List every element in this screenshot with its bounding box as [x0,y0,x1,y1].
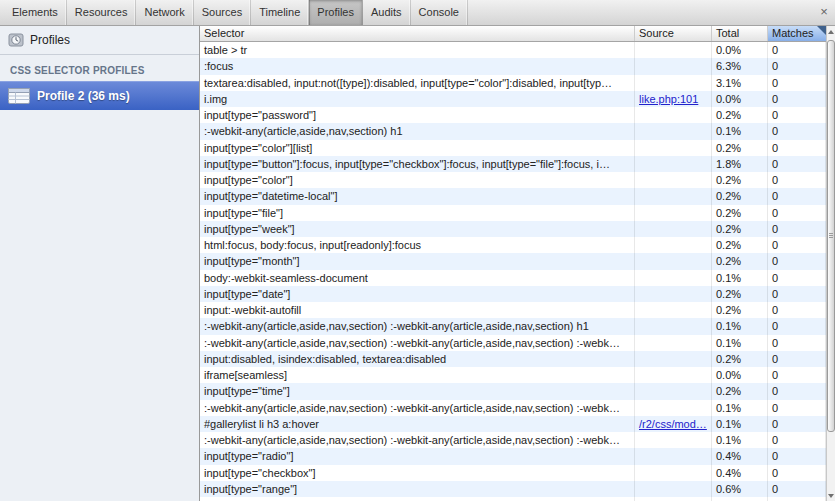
cell-selector: #gallerylist li h3 a:hover [200,416,635,432]
cell-source [635,448,712,464]
source-link[interactable]: /r2/css/mod… [639,416,707,432]
cell-source [635,318,712,334]
column-header-matches[interactable]: Matches [768,26,826,41]
column-header-total[interactable]: Total [712,26,768,41]
scroll-down-button[interactable] [827,490,835,501]
cell-selector: input:-webkit-autofill [200,302,635,318]
column-header-source[interactable]: Source [635,26,712,41]
table-row[interactable]: input[type="password"]0.2%0 [200,107,826,123]
cell-selector: :-webkit-any(article,aside,nav,section) … [200,123,635,139]
cell-matches: 0 [768,481,826,497]
vertical-scrollbar[interactable] [826,26,835,501]
cell-total: 0.1% [712,270,768,286]
tab-profiles[interactable]: Profiles [309,0,363,25]
sidebar-item-profile-2[interactable]: Profile 2 (36 ms) [0,81,199,110]
cell-source [635,75,712,91]
cell-total: 0.2% [712,140,768,156]
tab-resources[interactable]: Resources [67,0,137,25]
table-row[interactable]: input[type="file"]0.2%0 [200,205,826,221]
table-row[interactable]: table > tr0.0%0 [200,42,826,58]
cell-matches: 0 [768,367,826,383]
tab-elements[interactable]: Elements [4,0,67,25]
table-row[interactable]: i.imglike.php:1010.0%0 [200,91,826,107]
cell-matches: 0 [768,237,826,253]
table-row[interactable]: input[type="checkbox"]0.4%0 [200,465,826,481]
cell-total: 0.2% [712,221,768,237]
cell-selector: :focus [200,58,635,74]
devtools-panel: ElementsResourcesNetworkSourcesTimelineP… [0,0,835,501]
cell-total: 1.8% [712,156,768,172]
cell-source: like.php:101 [635,91,712,107]
table-row[interactable]: :-webkit-any(article,aside,nav,section) … [200,318,826,334]
table-row[interactable]: input[type="datetime-local"]0.2%0 [200,188,826,204]
table-row[interactable]: input[type="date"]0.2%0 [200,286,826,302]
tab-network[interactable]: Network [136,0,193,25]
table-row[interactable]: input[type="week"]0.2%0 [200,221,826,237]
table-row[interactable]: input:disabled, isindex:disabled, textar… [200,351,826,367]
table-row[interactable]: body:-webkit-seamless-document0.1%0 [200,270,826,286]
table-row[interactable]: input[type="color"]0.2%0 [200,172,826,188]
column-header-selector[interactable]: Selector [200,26,635,41]
table-row[interactable]: input[type="color"][list]0.2%0 [200,140,826,156]
cell-selector: input[type="color"] [200,172,635,188]
cell-matches: 0 [768,302,826,318]
scrollbar-thumb[interactable] [827,40,835,432]
cell-source [635,351,712,367]
column-header-matches-label: Matches [772,27,814,39]
cell-source [635,286,712,302]
cell-selector: table > tr [200,42,635,58]
table-row[interactable]: :-webkit-any(article,aside,nav,section) … [200,335,826,351]
cell-source [635,58,712,74]
table-row[interactable]: :-webkit-any(article,aside,nav,section) … [200,432,826,448]
cell-selector: input[type="datetime-local"] [200,188,635,204]
cell-selector: input[type="range"] [200,481,635,497]
table-row[interactable]: input[type="range"]0.6%0 [200,481,826,497]
table-row[interactable]: :-webkit-any(article,aside,nav,section) … [200,123,826,139]
cell-source: /r2/css/mod… [635,416,712,432]
cell-total: 0.2% [712,107,768,123]
cell-selector: input[type="radio"] [200,448,635,464]
cell-total: 0.2% [712,383,768,399]
cell-selector: :-webkit-any(article,aside,nav,section) … [200,432,635,448]
cell-selector: input[type="time"] [200,383,635,399]
cell-source [635,107,712,123]
sidebar-section-header: CSS SELECTOR PROFILES [0,55,199,81]
tab-audits[interactable]: Audits [363,0,411,25]
tab-timeline[interactable]: Timeline [251,0,309,25]
cell-source [635,123,712,139]
cell-total: 0.2% [712,286,768,302]
source-link[interactable]: like.php:101 [639,91,707,107]
close-icon[interactable]: × [813,0,835,25]
table-row[interactable]: input[type="radio"], input[type="checkbo… [200,497,826,501]
table-row[interactable]: :focus6.3%0 [200,58,826,74]
table-row[interactable]: textarea:disabled, input:not([type]):dis… [200,75,826,91]
table-row[interactable]: #gallerylist li h3 a:hover/r2/css/mod…0.… [200,416,826,432]
cell-total: 0.2% [712,205,768,221]
profile-item-label: Profile 2 (36 ms) [37,89,130,103]
table-row[interactable]: input[type="time"]0.2%0 [200,383,826,399]
cell-total: 0.0% [712,42,768,58]
table-row[interactable]: input:-webkit-autofill0.2%0 [200,302,826,318]
table-row[interactable]: input[type="month"]0.2%0 [200,253,826,269]
cell-total: 0.2% [712,188,768,204]
toolbar-tabs: ElementsResourcesNetworkSourcesTimelineP… [0,0,468,25]
table-row[interactable]: input[type="radio"]0.4%0 [200,448,826,464]
table-row[interactable]: html:focus, body:focus, input[readonly]:… [200,237,826,253]
cell-source [635,172,712,188]
cell-total: 0.2% [712,172,768,188]
scroll-up-button[interactable] [827,26,835,37]
tab-console[interactable]: Console [411,0,468,25]
cell-source [635,188,712,204]
sidebar-item-profiles[interactable]: Profiles [0,26,199,55]
cell-source [635,237,712,253]
cell-matches: 0 [768,270,826,286]
cell-source [635,497,712,501]
cell-source [635,140,712,156]
table-row[interactable]: iframe[seamless]0.0%0 [200,367,826,383]
cell-matches: 0 [768,253,826,269]
toolbar: ElementsResourcesNetworkSourcesTimelineP… [0,0,835,26]
cell-matches: 0 [768,432,826,448]
table-row[interactable]: :-webkit-any(article,aside,nav,section) … [200,400,826,416]
tab-sources[interactable]: Sources [194,0,251,25]
table-row[interactable]: input[type="button"]:focus, input[type="… [200,156,826,172]
